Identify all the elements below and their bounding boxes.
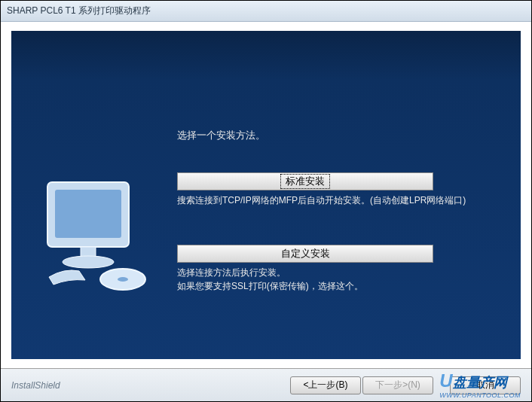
footer-brand: InstallShield <box>11 380 289 391</box>
titlebar: SHARP PCL6 T1 系列打印驱动程序 <box>1 1 531 22</box>
standard-install-description: 搜索连接到TCP/IP网络的MFP后自动开始安装。(自动创建LPR网络端口) <box>177 193 498 207</box>
standard-install-label: 标准安装 <box>280 174 330 189</box>
right-panel: 选择一个安装方法。 标准安装 搜索连接到TCP/IP网络的MFP后自动开始安装。… <box>170 31 521 359</box>
window-title: SHARP PCL6 T1 系列打印驱动程序 <box>7 5 151 17</box>
back-button[interactable]: <上一步(B) <box>290 376 361 394</box>
custom-install-description: 选择连接方法后执行安装。 如果您要支持SSL打印(保密传输)，选择这个。 <box>177 266 498 293</box>
content-area: 选择一个安装方法。 标准安装 搜索连接到TCP/IP网络的MFP后自动开始安装。… <box>11 31 521 359</box>
next-button: 下一步>(N) <box>362 376 433 394</box>
left-panel <box>11 31 170 359</box>
custom-install-label: 自定义安装 <box>281 247 330 260</box>
instruction-text: 选择一个安装方法。 <box>177 129 498 142</box>
svg-rect-1 <box>55 190 121 238</box>
installer-window: SHARP PCL6 T1 系列打印驱动程序 <box>0 0 532 402</box>
computer-graphic <box>34 178 154 309</box>
custom-install-button[interactable]: 自定义安装 <box>177 245 433 263</box>
svg-point-3 <box>63 256 114 268</box>
standard-install-button[interactable]: 标准安装 <box>177 172 433 190</box>
watermark: U盘量产网 WWW.UPANTOOL.COM <box>439 370 521 399</box>
svg-point-5 <box>118 277 128 282</box>
